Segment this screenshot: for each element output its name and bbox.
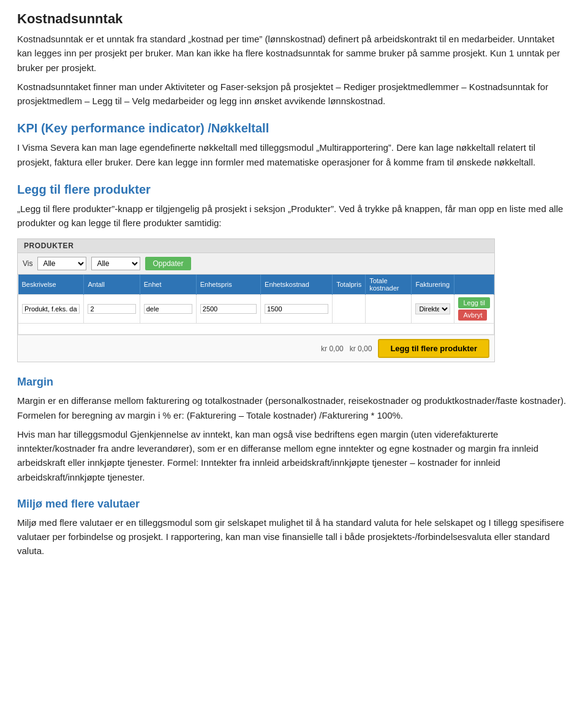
col-enhetspris: Enhetspris	[196, 275, 260, 295]
cell-totalkostnad	[366, 295, 412, 324]
screenshot-header: PRODUKTER	[18, 239, 494, 253]
col-totalpris: Totalpris	[333, 275, 366, 295]
col-enhet: Enhet	[140, 275, 196, 295]
empty-row	[18, 324, 494, 335]
miljo-heading: Miljø med flere valutaer	[17, 498, 571, 511]
cell-enhet[interactable]	[140, 295, 196, 324]
cell-antall[interactable]	[84, 295, 140, 324]
margin-heading: Margin	[17, 376, 571, 389]
legg-heading: Legg til flere produkter	[17, 183, 571, 197]
products-table: Beskrivelse Antall Enhet Enhetspris Enhe…	[18, 275, 494, 335]
screenshot-toolbar: Vis Alle Alle Oppdater	[18, 253, 494, 275]
col-actions	[454, 275, 494, 295]
vis-label: Vis	[23, 259, 32, 268]
enhetspris-input[interactable]	[200, 304, 257, 314]
intro-paragraph-2: Kostnadsunntaket finner man under Aktivi…	[17, 80, 571, 108]
cell-beskrivelse[interactable]	[18, 295, 84, 324]
screenshot-footer: kr 0,00 kr 0,00 Legg til flere produkter	[18, 335, 494, 362]
vis-select-1[interactable]: Alle	[37, 257, 86, 270]
oppdater-button[interactable]: Oppdater	[145, 257, 190, 270]
vis-select-2[interactable]: Alle	[91, 257, 140, 270]
enhetskostnad-input[interactable]	[265, 304, 328, 314]
intro-paragraph-1: Kostnadsunntak er et unntak fra standard…	[17, 32, 571, 75]
legg-til-row-button[interactable]: Legg til	[458, 297, 489, 308]
legg-paragraph-1: „Legg til flere produkter”-knapp er tilg…	[17, 202, 571, 230]
table-row: Direkte Legg til Avbryt	[18, 295, 494, 324]
avbryt-row-button[interactable]: Avbryt	[458, 310, 487, 321]
table-header-row: Beskrivelse Antall Enhet Enhetspris Enhe…	[18, 275, 494, 295]
products-screenshot: PRODUKTER Vis Alle Alle Oppdater Beskriv…	[17, 238, 495, 362]
col-enhetskostnad: Enhetskostnad	[261, 275, 333, 295]
col-beskrivelse: Beskrivelse	[18, 275, 84, 295]
cell-fakturering[interactable]: Direkte	[412, 295, 454, 324]
footer-total-right: kr 0,00	[350, 344, 372, 353]
antall-input[interactable]	[88, 304, 135, 314]
footer-total-left: kr 0,00	[321, 344, 344, 353]
legg-til-flere-button[interactable]: Legg til flere produkter	[378, 339, 489, 358]
miljo-paragraph-1: Miljø med flere valutaer er en tilleggsm…	[17, 515, 571, 558]
margin-paragraph-1: Margin er en differanse mellom faktureri…	[17, 394, 571, 422]
beskrivelse-input[interactable]	[22, 304, 80, 314]
cell-action-buttons[interactable]: Legg til Avbryt	[454, 295, 494, 324]
cell-enhetskostnad[interactable]	[261, 295, 333, 324]
cell-totalpris	[333, 295, 366, 324]
kpi-paragraph-1: I Visma Severa kan man lage egendefinert…	[17, 140, 571, 169]
fakturering-select[interactable]: Direkte	[415, 303, 450, 314]
margin-paragraph-2: Hvis man har tilleggsmodul Gjenkjennelse…	[17, 427, 571, 484]
cell-enhetspris[interactable]	[196, 295, 260, 324]
col-totalkostnad: Totale kostnader	[366, 275, 412, 295]
page-title: Kostnadsunntak	[17, 11, 571, 27]
enhet-input[interactable]	[144, 304, 192, 314]
col-antall: Antall	[84, 275, 140, 295]
kpi-heading: KPI (Key performance indicator) /Nøkkelt…	[17, 121, 571, 135]
col-fakturering: Fakturering	[412, 275, 454, 295]
